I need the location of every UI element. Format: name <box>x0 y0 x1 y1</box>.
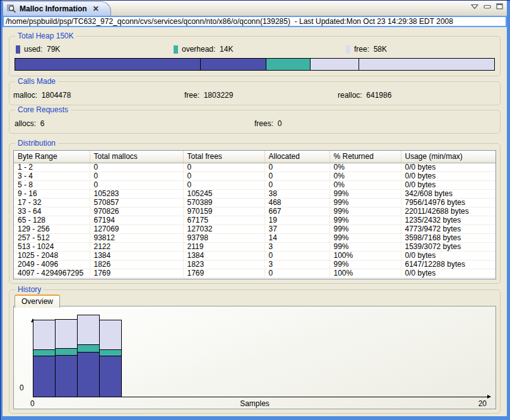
table-cell: 127069 <box>90 225 183 233</box>
table-cell: 105245 <box>183 189 264 198</box>
close-icon[interactable]: ✕ <box>93 4 99 13</box>
calls-made-values: malloc: 1804478 free: 1803229 realloc: 6… <box>13 91 496 100</box>
heap-segment-used <box>15 59 201 70</box>
bar-segment-overhead <box>55 349 78 356</box>
table-cell: 1826 <box>90 260 183 269</box>
table-cell: 93812 <box>90 233 183 242</box>
table-row[interactable]: 65 - 12867194671751999%1235/2432 bytes <box>14 216 495 225</box>
table-cell: 970159 <box>183 207 264 216</box>
table-row[interactable]: 513 - 102421222119399%1539/3072 bytes <box>14 242 495 251</box>
free-swatch <box>346 45 350 54</box>
column-header[interactable]: Usage (min/max) <box>401 151 495 163</box>
history-bar-sample-2 <box>55 319 78 397</box>
table-row[interactable]: 33 - 6497082697015966799%22011/42688 byt… <box>14 207 495 216</box>
column-header[interactable]: Allocated <box>264 151 329 163</box>
view-menu-icon[interactable] <box>471 4 478 9</box>
table-cell: 0 <box>264 172 329 180</box>
distribution-table-body: 1 - 20000%0/0 bytes3 - 40000%0/0 bytes5 … <box>14 163 495 277</box>
table-row[interactable]: 257 - 51293812937981499%3598/7168 bytes <box>14 233 495 242</box>
table-row[interactable]: 129 - 2561270691270323799%4773/9472 byte… <box>14 225 495 233</box>
core-requests-group: Core Requests allocs: 6 frees: 0 <box>9 110 501 134</box>
tab-malloc-information[interactable]: Malloc Information ✕ <box>3 1 111 16</box>
bar-segment-free <box>55 319 78 349</box>
bar-segment-used <box>33 356 56 397</box>
table-cell: 0% <box>329 163 401 172</box>
overhead-swatch <box>174 45 178 54</box>
distribution-group: Distribution Byte RangeTotal mallocsTota… <box>9 143 501 284</box>
distribution-label: Distribution <box>15 139 58 148</box>
table-cell: 0 <box>264 163 329 172</box>
core-requests-label: Core Requests <box>15 105 71 114</box>
table-cell: 99% <box>329 233 401 242</box>
table-cell: 1 - 2 <box>14 163 90 172</box>
table-cell: 0 <box>90 172 183 180</box>
bar-segment-free <box>77 315 100 345</box>
x-axis-title: Samples <box>240 399 270 408</box>
table-cell: 127032 <box>183 225 264 233</box>
minimize-icon[interactable] <box>483 4 491 9</box>
column-header[interactable]: % Returned <box>329 151 401 163</box>
table-cell: 129 - 256 <box>14 225 90 233</box>
table-row[interactable]: 17 - 3257085757038946899%7956/14976 byte… <box>14 198 495 207</box>
table-row[interactable]: 1 - 20000%0/0 bytes <box>14 163 495 172</box>
heap-segment-free <box>311 59 359 70</box>
table-cell: 667 <box>264 207 329 216</box>
total-heap-label: Total Heap 150K <box>15 32 76 40</box>
table-cell: 0/0 bytes <box>401 251 495 260</box>
table-cell: 2119 <box>183 242 264 251</box>
frees-count: frees: 0 <box>254 119 495 128</box>
table-cell: 3 <box>264 260 329 269</box>
table-cell: 342/608 bytes <box>401 189 495 198</box>
table-row[interactable]: 5 - 80000%0/0 bytes <box>14 180 495 189</box>
table-cell: 468 <box>264 198 329 207</box>
table-row[interactable]: 9 - 161052831052453899%342/608 bytes <box>14 189 495 198</box>
allocs-count: allocs: 6 <box>15 119 254 128</box>
history-tabbar: Overview <box>13 294 496 306</box>
table-cell: 65 - 128 <box>14 216 90 225</box>
table-row[interactable]: 4097 - 4294967295176917690100%0/0 bytes <box>14 269 495 277</box>
table-cell: 0 <box>90 180 183 189</box>
table-cell: 99% <box>329 189 401 198</box>
table-cell: 0 <box>264 251 329 260</box>
column-header[interactable]: Total mallocs <box>90 151 183 163</box>
table-row[interactable]: 3 - 40000%0/0 bytes <box>14 172 495 180</box>
table-cell: 1539/3072 bytes <box>401 242 495 251</box>
realloc-count: realloc: 641986 <box>338 91 496 100</box>
table-row[interactable]: 1025 - 2048138413840100%0/0 bytes <box>14 251 495 260</box>
table-cell: 1235/2432 bytes <box>401 216 495 225</box>
heap-segment-free <box>359 59 494 70</box>
table-cell: 2049 - 4096 <box>14 260 90 269</box>
window-frame: Malloc Information ✕ /home/pspbuild/psp/… <box>0 0 510 420</box>
free-count: free: 1803229 <box>184 91 338 100</box>
tab-overview[interactable]: Overview <box>15 295 60 308</box>
table-cell: 1025 - 2048 <box>14 251 90 260</box>
table-cell: 6147/12288 bytes <box>401 260 495 269</box>
used-swatch <box>16 45 20 54</box>
table-cell: 99% <box>329 225 401 233</box>
table-cell: 0/0 bytes <box>401 172 495 180</box>
table-cell: 0 <box>264 269 329 277</box>
heap-usage-bar <box>15 58 495 71</box>
table-cell: 1384 <box>183 251 264 260</box>
table-cell: 3 <box>264 242 329 251</box>
table-cell: 7956/14976 bytes <box>401 198 495 207</box>
table-cell: 0 <box>183 180 264 189</box>
table-cell: 1769 <box>90 269 183 277</box>
maximize-icon[interactable] <box>496 3 503 9</box>
table-cell: 970826 <box>90 207 183 216</box>
table-cell: 0 <box>183 163 264 172</box>
bar-segment-used <box>99 356 122 397</box>
history-chart-panel: 0 0 Samples 20 <box>13 306 496 409</box>
distribution-table-container[interactable]: Byte RangeTotal mallocsTotal freesAlloca… <box>13 150 496 279</box>
table-cell: 0 <box>90 163 183 172</box>
y-axis-origin-label: 0 <box>20 383 24 392</box>
free-legend-label: free: 58K <box>354 45 387 54</box>
table-row[interactable]: 2049 - 409618261823399%6147/12288 bytes <box>14 260 495 269</box>
x-axis-max-label: 20 <box>478 399 487 408</box>
bar-segment-overhead <box>33 350 56 356</box>
column-header[interactable]: Byte Range <box>14 151 90 163</box>
bar-segment-overhead <box>77 345 100 353</box>
column-header[interactable]: Total frees <box>183 151 264 163</box>
table-cell: 1384 <box>90 251 183 260</box>
distribution-header-row: Byte RangeTotal mallocsTotal freesAlloca… <box>14 151 495 163</box>
